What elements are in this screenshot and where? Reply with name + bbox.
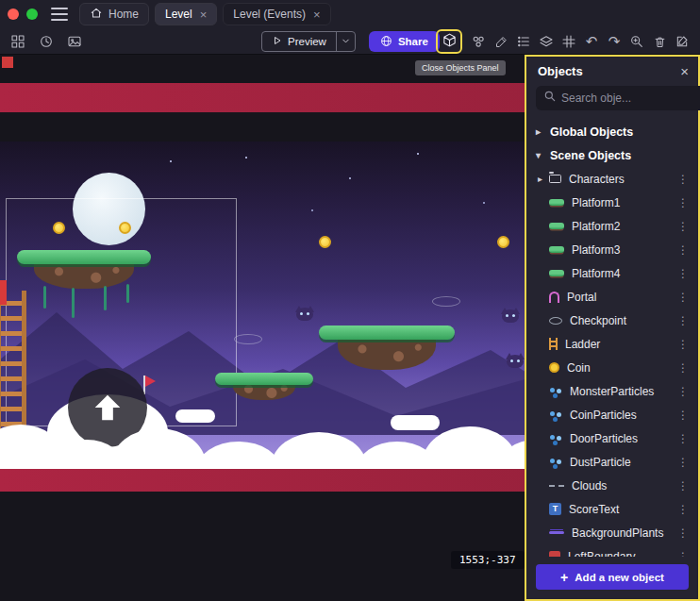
fullscreen-window-button[interactable] bbox=[26, 8, 38, 20]
close-panel-icon[interactable]: × bbox=[680, 63, 689, 79]
object-menu-icon[interactable]: ⋮ bbox=[675, 338, 691, 351]
object-menu-icon[interactable]: ⋮ bbox=[675, 361, 691, 375]
ufo-object[interactable] bbox=[432, 296, 460, 307]
add-new-object-button[interactable]: + Add a new object bbox=[536, 564, 689, 590]
object-menu-icon[interactable]: ⋮ bbox=[675, 526, 691, 540]
start-page-icon[interactable] bbox=[64, 30, 85, 53]
expanded-arrow-icon[interactable]: ▾ bbox=[536, 150, 543, 160]
window-controls bbox=[8, 8, 38, 20]
redo-icon[interactable]: ↷ bbox=[604, 30, 625, 53]
object-row-clouds[interactable]: Clouds ⋮ bbox=[526, 474, 698, 497]
monster-object[interactable] bbox=[296, 308, 313, 321]
object-menu-icon[interactable]: ⋮ bbox=[675, 409, 691, 422]
object-menu-icon[interactable]: ⋮ bbox=[675, 456, 691, 469]
object-row-platform4[interactable]: Platform4 ⋮ bbox=[526, 261, 698, 285]
platform-object[interactable] bbox=[17, 250, 151, 289]
close-tab-icon[interactable]: × bbox=[200, 8, 208, 22]
close-window-button[interactable] bbox=[8, 8, 19, 20]
object-row-dustparticle[interactable]: DustParticle ⋮ bbox=[526, 450, 698, 474]
search-box[interactable] bbox=[536, 86, 700, 110]
ufo-object[interactable] bbox=[234, 334, 262, 344]
monster-object[interactable] bbox=[507, 355, 524, 368]
tab-home[interactable]: Home bbox=[79, 3, 149, 25]
platform-object[interactable] bbox=[215, 373, 313, 400]
cloud-object[interactable] bbox=[175, 409, 215, 423]
history-icon[interactable] bbox=[36, 30, 57, 53]
object-row-monsterparticles[interactable]: MonsterParticles ⋮ bbox=[526, 379, 698, 403]
tab-label: Home bbox=[108, 8, 139, 21]
group-scene-objects[interactable]: ▾ Scene Objects bbox=[526, 143, 698, 167]
object-groups-icon[interactable] bbox=[468, 30, 489, 53]
text-icon: T bbox=[549, 503, 561, 515]
share-button[interactable]: Share bbox=[369, 31, 440, 52]
object-row-platform2[interactable]: Platform2 ⋮ bbox=[526, 214, 698, 238]
object-menu-icon[interactable]: ⋮ bbox=[675, 196, 691, 209]
tab-level-events[interactable]: Level (Events) × bbox=[223, 3, 330, 25]
grid-icon[interactable] bbox=[558, 30, 579, 53]
object-row-checkpoint[interactable]: Checkpoint ⋮ bbox=[526, 309, 698, 332]
cloud-object[interactable] bbox=[196, 442, 281, 469]
layers-icon[interactable] bbox=[536, 30, 557, 53]
checkpoint-flag[interactable] bbox=[145, 376, 156, 387]
object-menu-icon[interactable]: ⋮ bbox=[675, 291, 691, 304]
object-row-characters[interactable]: ▸ Characters ⋮ bbox=[526, 167, 698, 191]
object-menu-icon[interactable]: ⋮ bbox=[675, 220, 691, 233]
object-menu-icon[interactable]: ⋮ bbox=[675, 550, 691, 558]
left-boundary-object[interactable] bbox=[0, 280, 7, 305]
object-menu-icon[interactable]: ⋮ bbox=[675, 432, 691, 445]
collapsed-arrow-icon[interactable]: ▸ bbox=[538, 174, 545, 184]
plants-icon bbox=[549, 531, 564, 534]
object-row-ladder[interactable]: Ladder ⋮ bbox=[526, 332, 698, 356]
left-boundary-marker[interactable] bbox=[2, 57, 13, 68]
close-tab-icon[interactable]: × bbox=[313, 8, 321, 22]
edit-scene-properties-icon[interactable] bbox=[672, 30, 692, 53]
object-row-platform1[interactable]: Platform1 ⋮ bbox=[526, 191, 698, 214]
object-row-leftboundary[interactable]: LeftBoundary ⋮ bbox=[526, 544, 698, 557]
object-row-coinparticles[interactable]: CoinParticles ⋮ bbox=[526, 403, 698, 426]
tab-level[interactable]: Level × bbox=[155, 3, 217, 25]
objects-panel-header: Objects × bbox=[526, 57, 698, 84]
object-row-coin[interactable]: Coin ⋮ bbox=[526, 356, 698, 379]
collapsed-arrow-icon[interactable]: ▸ bbox=[536, 126, 543, 137]
ladder-object[interactable] bbox=[0, 291, 26, 430]
object-menu-icon[interactable]: ⋮ bbox=[675, 385, 691, 398]
zoom-in-icon[interactable] bbox=[626, 30, 647, 53]
object-menu-icon[interactable]: ⋮ bbox=[675, 314, 691, 327]
platform-icon bbox=[549, 223, 564, 229]
object-menu-icon[interactable]: ⋮ bbox=[675, 503, 691, 516]
platform-object[interactable] bbox=[319, 326, 455, 370]
objects-panel-toggle-button[interactable] bbox=[436, 29, 462, 54]
add-object-label: Add a new object bbox=[575, 572, 664, 583]
coin-object[interactable] bbox=[319, 236, 331, 248]
instance-properties-icon[interactable] bbox=[513, 30, 534, 53]
group-global-objects[interactable]: ▸ Global Objects bbox=[526, 120, 698, 143]
object-menu-icon[interactable]: ⋮ bbox=[675, 479, 691, 492]
undo-icon[interactable]: ↶ bbox=[581, 30, 602, 53]
object-row-portal[interactable]: Portal ⋮ bbox=[526, 285, 698, 309]
delete-icon[interactable] bbox=[649, 30, 670, 53]
coin-object[interactable] bbox=[497, 236, 509, 248]
search-input[interactable] bbox=[561, 92, 700, 105]
objects-panel: Objects × ▸ Global Objects ▾ Scene Objec… bbox=[525, 55, 700, 601]
menu-icon[interactable] bbox=[51, 8, 68, 21]
preview-button[interactable]: Preview bbox=[262, 35, 336, 48]
edit-pencil-icon[interactable] bbox=[491, 30, 511, 53]
object-menu-icon[interactable]: ⋮ bbox=[675, 243, 691, 257]
object-row-backgroundplants[interactable]: BackgroundPlants ⋮ bbox=[526, 521, 698, 544]
object-menu-icon[interactable]: ⋮ bbox=[675, 173, 691, 186]
project-manager-icon[interactable] bbox=[8, 30, 28, 53]
group-label: Scene Objects bbox=[550, 149, 631, 162]
object-row-scoretext[interactable]: T ScoreText ⋮ bbox=[526, 497, 698, 521]
toolbar-left-group bbox=[8, 30, 85, 53]
object-row-platform3[interactable]: Platform3 ⋮ bbox=[526, 238, 698, 261]
vine bbox=[43, 286, 46, 309]
cloud-object[interactable] bbox=[391, 415, 440, 430]
object-row-doorparticles[interactable]: DoorParticles ⋮ bbox=[526, 426, 698, 450]
coin-object[interactable] bbox=[53, 222, 65, 234]
monster-object[interactable] bbox=[502, 309, 519, 323]
platform-grass bbox=[215, 373, 313, 385]
preview-options-button[interactable] bbox=[336, 31, 355, 52]
cloud-object[interactable] bbox=[272, 432, 366, 469]
object-menu-icon[interactable]: ⋮ bbox=[675, 267, 691, 280]
coin-object[interactable] bbox=[119, 222, 131, 234]
